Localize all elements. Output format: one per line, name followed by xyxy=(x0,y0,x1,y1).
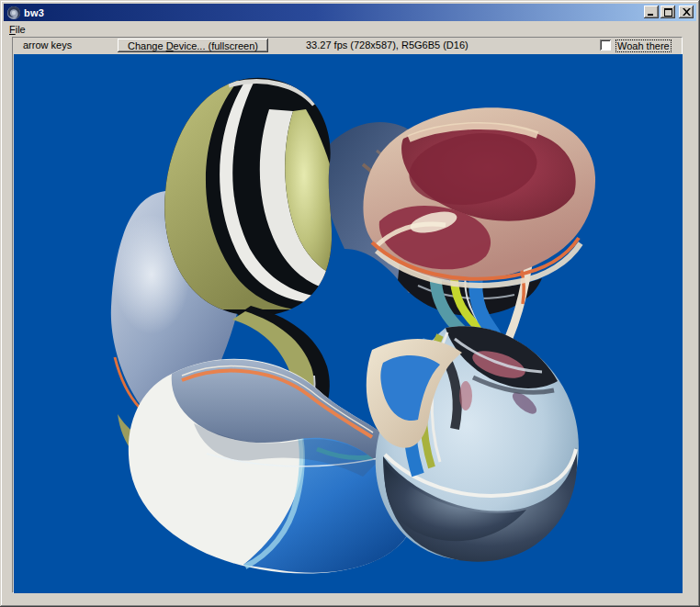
woah-there-checkbox[interactable] xyxy=(600,39,612,51)
d3d-viewport[interactable] xyxy=(14,54,683,593)
maximize-icon xyxy=(664,8,672,17)
toolbar: arrow keys Change Device... (fullscreen)… xyxy=(13,38,682,53)
fps-stats: 33.27 fps (728x587), R5G6B5 (D16) xyxy=(306,38,469,53)
menu-file-accel: F xyxy=(9,24,16,35)
client-panel: arrow keys Change Device... (fullscreen)… xyxy=(12,37,683,593)
directx-swirl-icon xyxy=(6,6,21,20)
woah-there-checkbox-group: Woah there xyxy=(600,39,672,52)
change-device-button[interactable]: Change Device... (fullscreen) xyxy=(118,39,268,52)
titlebar[interactable]: bw3 xyxy=(4,4,696,21)
render-scene[interactable] xyxy=(14,54,683,593)
minimize-button[interactable] xyxy=(644,6,659,18)
menubar: File xyxy=(4,21,696,38)
caption-buttons xyxy=(642,6,694,18)
menu-file-rest: ile xyxy=(16,24,26,35)
close-icon xyxy=(683,8,691,16)
app-window: bw3 File arrow keys Change Device... (fu… xyxy=(0,0,700,607)
menu-file[interactable]: File xyxy=(4,22,31,37)
window-title: bw3 xyxy=(24,7,44,18)
arrow-keys-hint: arrow keys xyxy=(23,38,72,53)
minimize-icon xyxy=(648,14,653,16)
maximize-button[interactable] xyxy=(660,6,675,18)
close-button[interactable] xyxy=(679,6,694,18)
woah-there-label[interactable]: Woah there xyxy=(615,39,672,52)
